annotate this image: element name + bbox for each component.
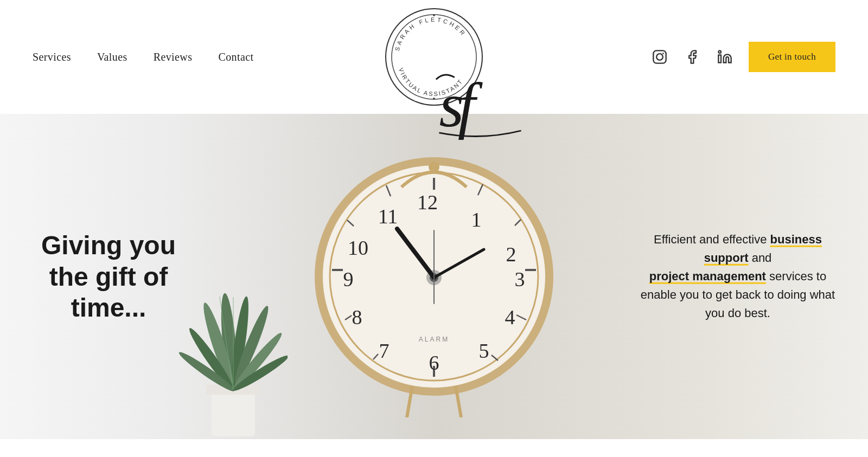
svg-point-8 <box>662 53 664 54</box>
logo-circle: SARAH FLETCHER VIRTUAL ASSISTANT sf <box>385 8 483 106</box>
svg-point-3 <box>433 14 435 16</box>
nav-values[interactable]: Values <box>97 51 127 63</box>
svg-text:4: 4 <box>505 306 515 329</box>
nav-reviews[interactable]: Reviews <box>154 51 193 63</box>
svg-text:10: 10 <box>348 236 368 259</box>
hero-section: 12 1 2 3 4 5 6 7 8 9 10 11 ALARM <box>0 114 868 439</box>
svg-text:12: 12 <box>417 191 438 214</box>
svg-text:6: 6 <box>429 351 439 374</box>
svg-text:ALARM: ALARM <box>419 336 449 343</box>
hero-headline: Giving you the gift of time... <box>33 230 184 324</box>
svg-point-10 <box>718 50 721 53</box>
hero-body-text: Efficient and effective business support… <box>640 230 835 323</box>
svg-rect-46 <box>212 390 255 436</box>
hero-headline-container: Giving you the gift of time... <box>33 230 184 324</box>
nav-contact[interactable]: Contact <box>218 51 253 63</box>
logo-initials-svg: sf <box>434 57 526 149</box>
nav-services[interactable]: Services <box>33 51 71 63</box>
hero-body-middle: and <box>749 251 772 265</box>
hero-highlight-project-management: project management <box>649 269 766 283</box>
hero-body-prefix: Efficient and effective <box>654 233 770 246</box>
logo[interactable]: SARAH FLETCHER VIRTUAL ASSISTANT sf <box>385 8 483 106</box>
clock-illustration: 12 1 2 3 4 5 6 7 8 9 10 11 ALARM <box>293 136 575 417</box>
svg-text:8: 8 <box>352 306 362 329</box>
site-header: Services Values Reviews Contact SARAH FL… <box>0 0 868 114</box>
svg-text:1: 1 <box>471 208 482 231</box>
linkedin-icon[interactable] <box>716 48 733 66</box>
svg-text:3: 3 <box>515 268 525 291</box>
svg-text:11: 11 <box>378 205 398 228</box>
hero-body-container: Efficient and effective business support… <box>640 230 835 323</box>
svg-rect-6 <box>653 50 666 63</box>
instagram-icon[interactable] <box>651 48 668 66</box>
facebook-icon[interactable] <box>684 48 701 66</box>
svg-text:7: 7 <box>379 339 390 362</box>
svg-text:2: 2 <box>506 243 516 266</box>
svg-rect-9 <box>718 55 721 63</box>
svg-text:5: 5 <box>479 339 489 362</box>
svg-point-7 <box>656 54 663 60</box>
svg-text:sf: sf <box>439 70 483 140</box>
svg-point-45 <box>429 162 439 172</box>
svg-text:9: 9 <box>343 268 354 291</box>
main-nav: Services Values Reviews Contact <box>33 51 253 63</box>
header-right: Get in touch <box>651 42 835 72</box>
get-in-touch-button[interactable]: Get in touch <box>749 42 835 72</box>
plant-illustration <box>179 233 288 439</box>
